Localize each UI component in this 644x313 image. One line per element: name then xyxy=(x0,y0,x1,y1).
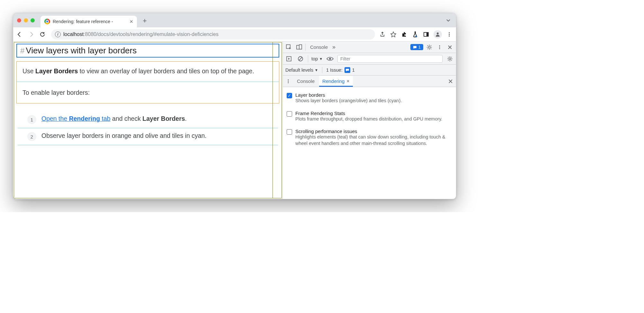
svg-point-19 xyxy=(288,81,289,82)
address-bar[interactable]: i localhost:8080/docs/devtools/rendering… xyxy=(51,29,375,40)
close-devtools-icon[interactable] xyxy=(446,43,454,51)
device-toolbar-icon[interactable] xyxy=(295,43,303,51)
svg-point-18 xyxy=(288,79,289,80)
svg-point-12 xyxy=(439,47,440,48)
close-drawer-tab-icon[interactable]: × xyxy=(346,78,349,84)
console-toolbar: top ▼ Filter xyxy=(283,53,456,65)
browser-tab[interactable]: Rendering: feature reference - × xyxy=(40,16,137,27)
share-icon[interactable] xyxy=(379,31,386,38)
reload-button[interactable] xyxy=(40,31,47,37)
inspect-element-icon[interactable] xyxy=(285,43,293,51)
svg-point-3 xyxy=(437,32,439,34)
svg-point-10 xyxy=(428,46,430,48)
settings-icon[interactable] xyxy=(425,43,434,51)
labs-icon[interactable] xyxy=(412,31,419,38)
tab-strip: Rendering: feature reference - × + xyxy=(13,13,456,27)
drawer-tab-console[interactable]: Console xyxy=(294,76,318,86)
context-selector[interactable]: top ▼ xyxy=(311,56,323,61)
console-status-bar: Default levels▼ 1 Issue: 1 xyxy=(283,65,456,76)
back-button[interactable] xyxy=(16,31,24,38)
svg-point-0 xyxy=(416,35,417,37)
option-frame-rendering-stats[interactable]: Frame Rendering Stats Plots frame throug… xyxy=(286,107,453,126)
svg-point-5 xyxy=(449,34,450,35)
extensions-icon[interactable] xyxy=(401,31,408,38)
window-controls xyxy=(17,18,35,22)
console-filter-input[interactable]: Filter xyxy=(337,55,443,63)
close-tab-icon[interactable]: × xyxy=(130,18,133,25)
console-settings-icon[interactable] xyxy=(446,55,454,63)
bookmark-icon[interactable] xyxy=(390,31,397,38)
svg-point-16 xyxy=(329,58,331,60)
execution-play-icon[interactable] xyxy=(285,55,293,63)
page-content: #View layers with layer borders Use Laye… xyxy=(13,41,282,199)
maximize-window-button[interactable] xyxy=(31,18,35,22)
svg-point-13 xyxy=(439,48,440,49)
svg-rect-9 xyxy=(299,45,302,49)
svg-point-11 xyxy=(439,45,440,46)
clear-console-icon[interactable] xyxy=(296,55,305,63)
live-expression-icon[interactable] xyxy=(326,55,334,63)
kebab-menu-icon[interactable] xyxy=(435,43,444,51)
svg-rect-2 xyxy=(426,32,428,36)
rendering-panel: Layer borders Shows layer borders (orang… xyxy=(283,87,456,199)
checkbox-scrolling-performance[interactable] xyxy=(287,129,292,135)
devtools-tab-console[interactable]: Console xyxy=(308,44,330,50)
chrome-icon xyxy=(44,19,50,24)
devtools-main-toolbar: Console » 1 xyxy=(283,41,456,53)
option-scrolling-performance[interactable]: Scrolling performance issues Highlights … xyxy=(286,125,453,150)
menu-icon[interactable] xyxy=(446,31,453,38)
drawer-kebab-icon[interactable] xyxy=(284,77,292,85)
devtools-panel: Console » 1 xyxy=(282,41,456,199)
browser-window: Rendering: feature reference - × + i loc… xyxy=(13,13,456,199)
issue-badge-icon xyxy=(344,67,350,73)
tab-title: Rendering: feature reference - xyxy=(53,19,113,24)
option-layer-borders[interactable]: Layer borders Shows layer borders (orang… xyxy=(286,89,453,107)
close-window-button[interactable] xyxy=(17,18,21,22)
drawer-tabs: Console Rendering × xyxy=(283,76,456,87)
checkbox-frame-rendering-stats[interactable] xyxy=(287,111,292,117)
issues-pill[interactable]: 1 xyxy=(410,44,423,50)
tab-search-icon[interactable] xyxy=(446,18,451,23)
checkbox-layer-borders[interactable] xyxy=(287,93,292,98)
more-tabs-icon[interactable]: » xyxy=(332,44,335,50)
svg-point-4 xyxy=(449,32,450,33)
profile-avatar[interactable] xyxy=(434,30,442,39)
toolbar: i localhost:8080/docs/devtools/rendering… xyxy=(13,27,456,41)
svg-point-20 xyxy=(288,82,289,83)
side-panel-icon[interactable] xyxy=(423,31,430,38)
log-levels-selector[interactable]: Default levels▼ xyxy=(285,67,318,73)
svg-point-17 xyxy=(449,58,451,60)
close-drawer-icon[interactable] xyxy=(446,77,455,85)
site-info-icon[interactable]: i xyxy=(55,31,61,37)
minimize-window-button[interactable] xyxy=(24,18,28,22)
svg-point-6 xyxy=(449,35,450,36)
drawer-tab-rendering[interactable]: Rendering × xyxy=(319,76,353,87)
url-text: localhost:8080/docs/devtools/rendering/#… xyxy=(63,31,219,37)
issues-indicator[interactable]: 1 Issue: 1 xyxy=(326,67,355,73)
forward-button[interactable] xyxy=(28,31,36,38)
new-tab-button[interactable]: + xyxy=(143,17,147,25)
